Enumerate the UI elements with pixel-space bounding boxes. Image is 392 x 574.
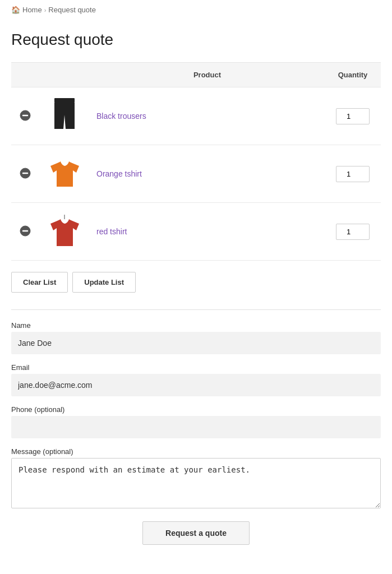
col-header-remove xyxy=(11,63,39,87)
submit-button[interactable]: Request a quote xyxy=(142,521,250,545)
svg-rect-2 xyxy=(54,98,75,103)
col-header-product: Product xyxy=(90,63,325,87)
phone-label: Phone (optional) xyxy=(11,405,381,414)
product-link[interactable]: Orange tshirt xyxy=(96,169,142,178)
clear-list-button[interactable]: Clear List xyxy=(11,272,68,293)
name-label: Name xyxy=(11,321,381,330)
action-buttons: Clear List Update List xyxy=(11,272,381,293)
update-list-button[interactable]: Update List xyxy=(72,272,136,293)
message-label: Message (optional) xyxy=(11,447,381,456)
submit-row: Request a quote xyxy=(11,521,381,562)
email-input[interactable] xyxy=(11,374,381,396)
product-image xyxy=(39,145,90,203)
home-icon: 🏠 xyxy=(11,6,20,14)
quantity-input[interactable] xyxy=(336,108,370,124)
email-label: Email xyxy=(11,363,381,372)
col-header-image xyxy=(39,63,90,87)
quote-table: Product Quantity Black trousers Orange t… xyxy=(11,62,381,261)
email-group: Email xyxy=(11,363,381,396)
product-link[interactable]: Black trousers xyxy=(96,112,146,121)
product-image xyxy=(39,203,90,261)
name-group: Name xyxy=(11,321,381,354)
breadcrumb: 🏠 Home › Request quote xyxy=(0,0,392,20)
message-textarea[interactable] xyxy=(11,458,381,508)
remove-item-button[interactable] xyxy=(19,224,32,239)
remove-item-button[interactable] xyxy=(19,109,32,124)
col-header-quantity: Quantity xyxy=(325,63,381,87)
product-image xyxy=(39,87,90,145)
quantity-input[interactable] xyxy=(336,166,370,182)
page-title: Request quote xyxy=(11,31,381,49)
divider xyxy=(11,309,381,310)
name-input[interactable] xyxy=(11,332,381,354)
message-group: Message (optional) xyxy=(11,447,381,510)
product-link[interactable]: red tshirt xyxy=(96,227,127,236)
quantity-input[interactable] xyxy=(336,224,370,240)
breadcrumb-current: Request quote xyxy=(48,6,96,14)
remove-item-button[interactable] xyxy=(19,166,32,182)
breadcrumb-separator: › xyxy=(44,7,47,13)
phone-input[interactable] xyxy=(11,416,381,438)
breadcrumb-home-link[interactable]: Home xyxy=(22,6,42,14)
phone-group: Phone (optional) xyxy=(11,405,381,438)
contact-form: Name Email Phone (optional) Message (opt… xyxy=(11,321,381,562)
